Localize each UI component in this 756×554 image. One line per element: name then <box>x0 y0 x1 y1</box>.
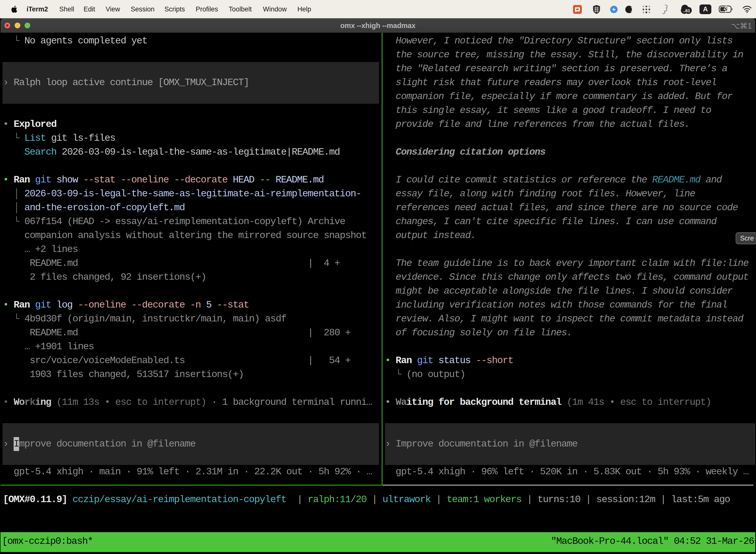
svg-text:..61: ..61 <box>683 8 690 13</box>
